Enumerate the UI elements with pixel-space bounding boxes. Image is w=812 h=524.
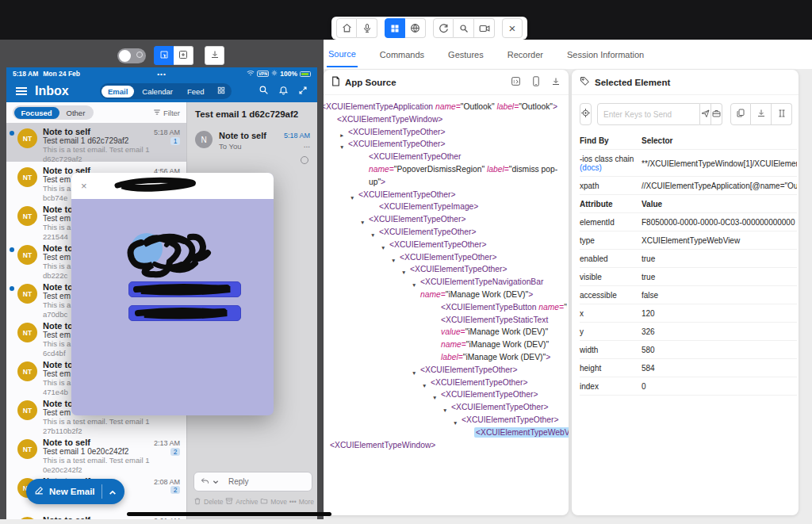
tree-caret-icon[interactable]: ▼ xyxy=(412,279,416,292)
tab-source[interactable]: Source xyxy=(327,41,358,67)
quit-session-button[interactable]: × xyxy=(502,18,523,38)
search-icon[interactable] xyxy=(259,84,269,98)
download-element-button[interactable] xyxy=(751,103,772,125)
segment-calendar[interactable]: Calendar xyxy=(136,86,179,98)
device-screenshot[interactable]: 5:18 AM Mon 24 Feb ••• VPN 100% Inbox Em… xyxy=(6,67,317,519)
focused-tab[interactable]: Focused xyxy=(14,107,59,119)
email-row[interactable]: NTNote to self5:18 AMTest email 1 d62c72… xyxy=(6,123,186,162)
attribute-value: false xyxy=(642,291,797,300)
filter-button[interactable]: Filter xyxy=(153,109,180,117)
record-button[interactable] xyxy=(474,18,495,38)
tree-node[interactable]: ▼<XCUIElementTypeOther> xyxy=(324,388,567,401)
tree-node[interactable]: ▼<XCUIElementTypeOther> xyxy=(324,377,567,389)
select-element-button[interactable] xyxy=(154,46,174,65)
attribute-name: height xyxy=(580,364,642,373)
clear-keys-button[interactable] xyxy=(711,103,722,125)
copy-attributes-button[interactable] xyxy=(730,103,751,125)
move-button[interactable]: Move xyxy=(260,497,287,507)
tree-node[interactable]: <XCUIElementTypeWebView> xyxy=(324,426,567,439)
compare-button[interactable] xyxy=(772,103,792,125)
hamburger-icon[interactable] xyxy=(16,87,27,95)
tree-node[interactable]: <XCUIElementTypeOther name="PopoverDismi… xyxy=(324,151,567,188)
attribute-value: XCUIElementTypeWebView xyxy=(642,236,797,245)
tab-session-information[interactable]: Session Information xyxy=(565,42,645,67)
popup-button-2[interactable] xyxy=(128,305,241,321)
tree-node[interactable]: ▼<XCUIElementTypeNavigationBar name="iMa… xyxy=(324,276,567,301)
tree-node[interactable]: <XCUIElementTypeStaticText value="iManag… xyxy=(324,314,567,364)
briefcase-icon xyxy=(711,107,722,121)
toggle-knob xyxy=(119,50,131,62)
send-keys-input[interactable] xyxy=(597,103,700,125)
tab-recorder[interactable]: Recorder xyxy=(506,42,545,67)
more-button[interactable]: ••• More xyxy=(289,497,314,507)
archive-button[interactable]: Archive xyxy=(225,497,258,507)
refresh-button[interactable] xyxy=(433,18,454,38)
mic-button[interactable] xyxy=(357,18,377,38)
bell-icon[interactable] xyxy=(278,84,289,98)
docs-link[interactable]: (docs) xyxy=(580,163,602,172)
tree-node[interactable]: ▼<XCUIElementTypeOther> xyxy=(324,138,567,151)
screenshot-toolbar xyxy=(117,46,224,65)
chevron-down-icon xyxy=(213,477,219,486)
new-email-button[interactable]: New Email xyxy=(26,479,124,504)
send-keys-button[interactable] xyxy=(700,103,711,125)
avatar: NT xyxy=(17,167,37,187)
delete-button[interactable]: Delete xyxy=(193,497,224,507)
tree-node[interactable]: <XCUIElementTypeImage> xyxy=(324,201,567,213)
tree-node[interactable]: ▼<XCUIElementTypeOther> xyxy=(324,251,567,264)
reply-bar[interactable]: Reply xyxy=(193,472,312,491)
attribute-name: enabled xyxy=(580,254,642,263)
native-inspect-button[interactable] xyxy=(385,18,405,38)
count-badge: 2 xyxy=(170,486,180,494)
tree-node[interactable]: ▼<XCUIElementTypeOther> xyxy=(324,401,567,414)
window-toolbar: × xyxy=(331,17,527,40)
attribute-row: accessiblefalse xyxy=(580,286,797,304)
tree-node[interactable]: <XCUIElementTypeWindow> xyxy=(324,113,567,126)
message-more-button[interactable]: ... xyxy=(304,140,310,149)
tap-element-button[interactable] xyxy=(580,103,592,125)
home-button[interactable] xyxy=(336,18,357,38)
popup-button-1[interactable] xyxy=(128,281,241,297)
tree-node[interactable]: <XCUIElementTypeButton name="Close" labe… xyxy=(324,301,567,314)
tree-node[interactable]: ▼<XCUIElementTypeOther> xyxy=(324,239,567,251)
find-by-rows: -ios class chain (docs)**/XCUIElementTyp… xyxy=(580,150,797,195)
avatar: NT xyxy=(17,361,37,381)
phone-icon[interactable] xyxy=(532,75,540,90)
unread-dot xyxy=(10,131,14,136)
message-header[interactable]: N Note to self To You 5:18 AM ... xyxy=(187,124,317,169)
attribute-value: F8050000-0000-0000-0C03-000000000000 xyxy=(642,218,797,227)
apps-grid-icon[interactable] xyxy=(213,85,230,98)
swipe-coordinates-button[interactable] xyxy=(174,46,193,65)
tree-node[interactable]: ▼<XCUIElementTypeOther> xyxy=(324,189,567,201)
tree-node[interactable]: ▼<XCUIElementTypeOther> xyxy=(324,226,567,239)
tree-node[interactable]: ►<XCUIElementTypeOther> xyxy=(324,126,567,139)
attribute-name: elementId xyxy=(580,218,642,227)
tree-node[interactable]: ▼<XCUIElementTypeOther> xyxy=(324,414,567,426)
code-frame-icon[interactable] xyxy=(511,75,521,90)
read-toggle-circle[interactable] xyxy=(301,156,308,164)
download-screenshot-button[interactable] xyxy=(205,46,224,65)
tree-node[interactable]: ▼<XCUIElementTypeOther> xyxy=(324,263,567,276)
web-context-button[interactable] xyxy=(405,18,426,38)
refresh-toggle[interactable] xyxy=(117,48,146,63)
count-badge: 2 xyxy=(170,448,180,456)
segment-feed[interactable]: Feed xyxy=(181,86,211,98)
tree-node[interactable]: <XCUIElementTypeApplication name="Outloo… xyxy=(324,101,567,113)
status-center-dots: ••• xyxy=(6,71,317,78)
chevron-up-icon[interactable] xyxy=(109,484,117,499)
download-icon[interactable] xyxy=(551,75,561,90)
trash-icon xyxy=(193,497,201,507)
tree-node[interactable]: <XCUIElementTypeWindow> xyxy=(324,439,567,452)
tree-node[interactable]: ▼<XCUIElementTypeOther> xyxy=(324,213,567,226)
attribute-table: Attribute Value elementIdF8050000-0000-0… xyxy=(580,195,797,396)
search-elements-button[interactable] xyxy=(454,18,474,38)
tree-node[interactable]: ▼<XCUIElementTypeOther> xyxy=(324,364,567,377)
segment-email[interactable]: Email xyxy=(102,86,134,98)
tab-gestures[interactable]: Gestures xyxy=(446,42,485,67)
expand-icon[interactable] xyxy=(298,84,308,98)
other-tab[interactable]: Other xyxy=(59,107,93,119)
reply-label: Reply xyxy=(228,477,249,486)
email-row[interactable]: NTNote to self2:13 AMTest email 1 0e20c2… xyxy=(6,434,186,472)
tab-commands[interactable]: Commands xyxy=(378,42,426,67)
source-tree: <XCUIElementTypeApplication name="Outloo… xyxy=(324,96,569,515)
